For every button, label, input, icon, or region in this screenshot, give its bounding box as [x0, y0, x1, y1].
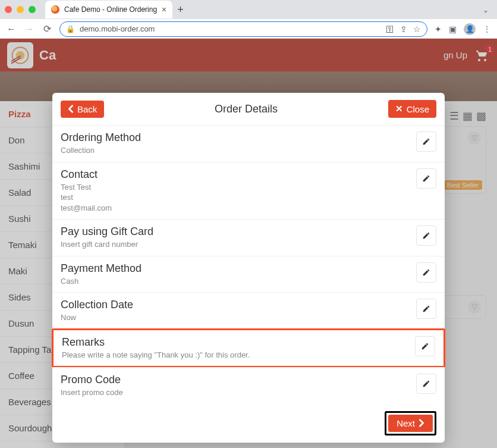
- window-controls[interactable]: [5, 6, 36, 13]
- close-x-icon: ✕: [395, 104, 403, 114]
- edit-icon[interactable]: [416, 168, 436, 189]
- back-button[interactable]: ←: [6, 24, 17, 35]
- browser-chrome: ⌄ Cafe Demo - Online Ordering × + ← → ⟳ …: [0, 0, 497, 39]
- order-detail-row: ContactTest Testtesttest@mail.com: [52, 162, 445, 220]
- row-sub: Insert promo code: [61, 387, 416, 398]
- edit-icon[interactable]: [416, 131, 436, 152]
- star-icon[interactable]: ☆: [413, 24, 421, 34]
- order-detail-row: RemarksPlease write a note saying "Thank…: [52, 328, 445, 368]
- next-button-highlight: Next: [385, 411, 436, 436]
- address-bar[interactable]: 🔒 demo.mobi-order.com ⚿ ⇪ ☆: [59, 21, 427, 37]
- favicon-icon: [51, 5, 59, 14]
- browser-tab[interactable]: Cafe Demo - Online Ordering ×: [45, 1, 172, 18]
- row-label: Pay using Gift Card: [61, 225, 416, 238]
- tab-strip: Cafe Demo - Online Ordering × +: [0, 0, 497, 19]
- close-label: Close: [407, 104, 429, 114]
- edit-icon[interactable]: [416, 262, 436, 283]
- panel-icon[interactable]: ▣: [449, 24, 457, 34]
- back-button[interactable]: Back: [61, 101, 104, 118]
- reload-button[interactable]: ⟳: [42, 23, 52, 35]
- address-right-icons: ⚿ ⇪ ☆: [386, 24, 421, 34]
- order-details-modal: Back Order Details ✕ Close Ordering Meth…: [52, 93, 445, 443]
- edit-icon[interactable]: [416, 225, 436, 246]
- row-label: Promo Code: [61, 374, 416, 386]
- new-tab-button[interactable]: +: [177, 4, 184, 16]
- forward-button: →: [24, 24, 34, 35]
- row-label: Ordering Method: [61, 131, 416, 144]
- row-label: Collection Date: [61, 299, 416, 311]
- back-label: Back: [77, 104, 97, 114]
- order-detail-row: Promo CodeInsert promo code: [52, 367, 445, 404]
- edit-icon[interactable]: [416, 299, 436, 319]
- row-label: Contact: [61, 168, 416, 181]
- row-label: Remarks: [62, 336, 415, 349]
- edit-icon[interactable]: [415, 336, 435, 356]
- profile-avatar[interactable]: 👤: [464, 23, 476, 35]
- order-detail-row: Pay using Gift CardInsert gift card numb…: [52, 219, 445, 256]
- close-button[interactable]: ✕ Close: [388, 100, 436, 118]
- key-icon[interactable]: ⚿: [386, 24, 394, 34]
- maximize-window-icon[interactable]: [29, 6, 36, 13]
- tab-title: Cafe Demo - Online Ordering: [64, 5, 157, 14]
- order-detail-row: Collection DateNow: [52, 292, 445, 329]
- row-sub: Cash: [61, 276, 416, 287]
- menu-icon[interactable]: ⋮: [483, 24, 491, 34]
- close-window-icon[interactable]: [5, 6, 12, 13]
- next-button[interactable]: Next: [388, 415, 433, 432]
- order-detail-row: Payment MethodCash: [52, 256, 445, 293]
- extensions-icon[interactable]: ✦: [435, 24, 442, 34]
- url-text: demo.mobi-order.com: [80, 24, 155, 33]
- lock-icon: 🔒: [66, 25, 75, 33]
- window-chevron: ⌄: [483, 6, 489, 14]
- order-detail-row: Ordering MethodCollection: [52, 125, 445, 162]
- share-icon[interactable]: ⇪: [400, 24, 407, 34]
- row-sub: Test Testtesttest@mail.com: [61, 182, 416, 214]
- close-tab-icon[interactable]: ×: [162, 5, 166, 14]
- chrome-extensions: ✦ ▣ 👤 ⋮: [435, 23, 491, 35]
- row-sub: Now: [61, 312, 416, 323]
- page: Ca gn Up 1 PizzaDonSashimiSaladSushiTema…: [0, 39, 497, 448]
- next-label: Next: [397, 418, 415, 428]
- row-sub: Collection: [61, 145, 416, 156]
- minimize-window-icon[interactable]: [17, 6, 24, 13]
- edit-icon[interactable]: [416, 374, 436, 394]
- navigation-row: ← → ⟳ 🔒 demo.mobi-order.com ⚿ ⇪ ☆ ✦ ▣ 👤 …: [0, 19, 497, 39]
- row-sub: Please write a note saying "Thank you :)…: [62, 350, 415, 361]
- modal-title: Order Details: [104, 103, 388, 115]
- row-sub: Insert gift card number: [61, 239, 416, 250]
- row-label: Payment Method: [61, 262, 416, 275]
